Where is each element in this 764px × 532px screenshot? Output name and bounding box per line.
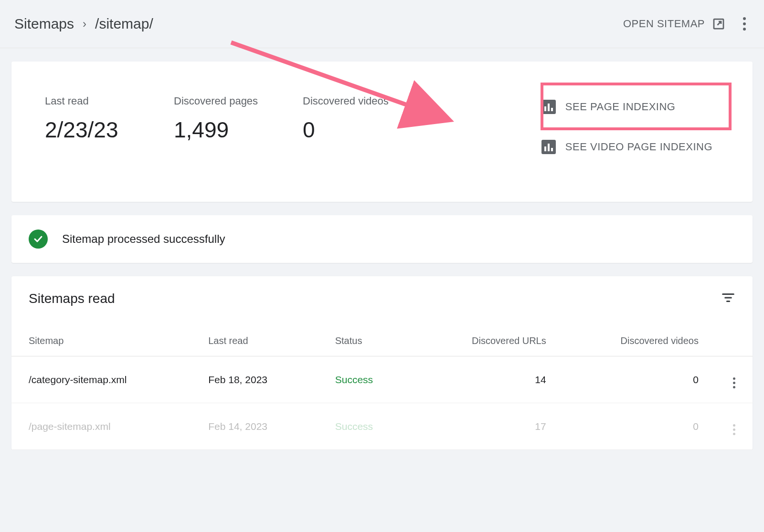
sitemaps-read-card: Sitemaps read Sitemap Last read Status D… (11, 276, 753, 450)
stat-value: 0 (303, 117, 422, 143)
cell-discovered-videos: 0 (563, 403, 716, 450)
chevron-right-icon: › (83, 17, 86, 31)
cell-last-read: Feb 18, 2023 (191, 356, 318, 403)
col-status[interactable]: Status (318, 326, 416, 356)
stat-label: Discovered pages (174, 95, 293, 107)
more-options-button[interactable] (739, 13, 750, 34)
filter-button[interactable] (721, 291, 735, 307)
cell-status: Success (318, 356, 416, 403)
header-actions: OPEN SITEMAP (623, 13, 750, 34)
open-external-icon (711, 17, 726, 31)
stat-value: 1,499 (174, 117, 293, 143)
page-header: Sitemaps › /sitemap/ OPEN SITEMAP (0, 0, 764, 48)
stat-discovered-videos: Discovered videos 0 (303, 95, 422, 143)
row-menu-button[interactable] (733, 424, 735, 435)
stat-discovered-pages: Discovered pages 1,499 (174, 95, 293, 143)
breadcrumb: Sitemaps › /sitemap/ (14, 16, 153, 32)
breadcrumb-current: /sitemap/ (95, 16, 153, 32)
see-page-indexing-label: SEE PAGE INDEXING (565, 101, 676, 113)
col-discovered-videos[interactable]: Discovered videos (563, 326, 716, 356)
cell-sitemap: /category-sitemap.xml (11, 356, 191, 403)
bar-chart-icon (541, 100, 556, 114)
cell-sitemap: /page-sitemap.xml (11, 403, 191, 450)
cell-status: Success (318, 403, 416, 450)
see-page-indexing-button[interactable]: SEE PAGE INDEXING (535, 95, 719, 119)
stat-label: Last read (45, 95, 164, 107)
cell-last-read: Feb 14, 2023 (191, 403, 318, 450)
open-sitemap-label: OPEN SITEMAP (623, 18, 705, 30)
see-video-page-indexing-button[interactable]: SEE VIDEO PAGE INDEXING (535, 135, 719, 159)
table-title: Sitemaps read (29, 291, 115, 306)
row-menu-button[interactable] (733, 377, 735, 388)
col-last-read[interactable]: Last read (191, 326, 318, 356)
status-card: Sitemap processed successfully (11, 215, 753, 263)
sitemap-stats-card: Last read 2/23/23 Discovered pages 1,499… (11, 62, 753, 202)
check-circle-icon (29, 229, 48, 249)
indexing-buttons: SEE PAGE INDEXING SEE VIDEO PAGE INDEXIN… (535, 95, 719, 159)
see-video-indexing-label: SEE VIDEO PAGE INDEXING (565, 141, 712, 153)
col-discovered-urls[interactable]: Discovered URLs (416, 326, 563, 356)
status-message: Sitemap processed successfully (62, 232, 225, 246)
stat-value: 2/23/23 (45, 117, 164, 143)
table-row[interactable]: /page-sitemap.xmlFeb 14, 2023Success170 (11, 403, 753, 450)
stat-label: Discovered videos (303, 95, 422, 107)
stat-last-read: Last read 2/23/23 (45, 95, 164, 143)
breadcrumb-root[interactable]: Sitemaps (14, 16, 74, 32)
cell-discovered-videos: 0 (563, 356, 716, 403)
col-sitemap[interactable]: Sitemap (11, 326, 191, 356)
table-header: Sitemaps read (11, 276, 753, 326)
cell-discovered-urls: 14 (416, 356, 563, 403)
cell-discovered-urls: 17 (416, 403, 563, 450)
sitemaps-table: Sitemap Last read Status Discovered URLs… (11, 326, 753, 450)
table-row[interactable]: /category-sitemap.xmlFeb 18, 2023Success… (11, 356, 753, 403)
bar-chart-icon (541, 140, 556, 154)
open-sitemap-button[interactable]: OPEN SITEMAP (623, 17, 726, 31)
